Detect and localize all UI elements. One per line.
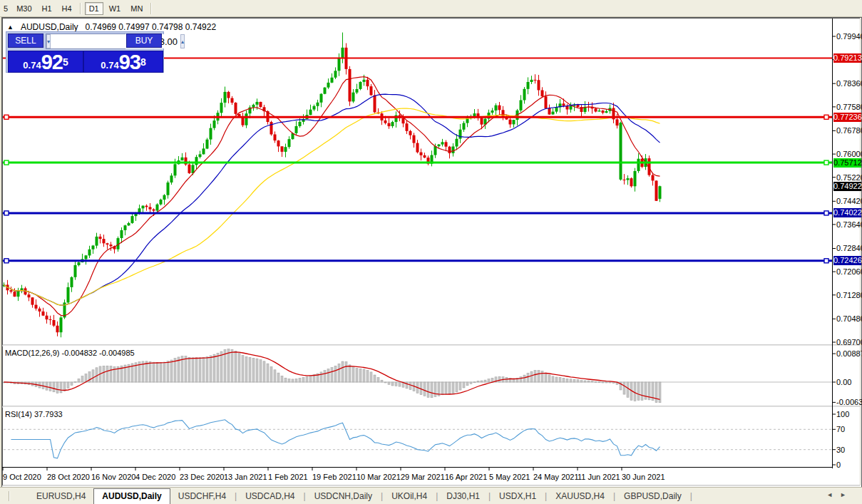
rsi-axis-label: 100 [836, 410, 849, 418]
chart-tab-usdchf-h4[interactable]: USDCHF,H4 [170, 488, 234, 504]
date-label: 4 Dec 2020 [135, 473, 175, 481]
sell-price-sup: 5 [63, 51, 68, 73]
price-tick-label: 0.72840 [836, 244, 862, 252]
candles-layer [3, 33, 662, 338]
date-label: 5 May 2021 [489, 473, 530, 481]
tab-separator: | [690, 491, 692, 501]
level-price-label: 0.75712 [833, 158, 861, 168]
date-label: 23 Dec 2020 [180, 473, 224, 481]
chart-tab-eurusd-h4[interactable]: EURUSD,H4 [29, 488, 93, 504]
price-tick-label: 0.78360 [836, 79, 862, 88]
price-tick-label: 0.69700 [836, 338, 862, 346]
chart-tab-bar: EURUSD,H4AUDUSD,DailyUSDCHF,H4|USDCAD,H4… [0, 487, 862, 504]
chart-tab-usdx-h1[interactable]: USDX,H1 [491, 488, 544, 504]
price-tick-label: 0.75220 [836, 173, 862, 182]
rsi-axis-label: 70 [836, 425, 845, 433]
chart-tab-ukoil-h4[interactable]: UKOil,H4 [384, 488, 435, 504]
date-label: 16 Apr 2021 [445, 473, 487, 481]
sell-price-display[interactable]: 0.74925 [8, 51, 83, 73]
buy-price-prefix: 0.74 [101, 59, 118, 71]
hline-0.77236[interactable] [3, 115, 832, 119]
tab-separator: | [545, 491, 547, 501]
rsi-axis-label: 0 [836, 461, 841, 469]
sell-price-big: 92 [41, 53, 63, 71]
ma-10-line [4, 77, 660, 316]
axis-ticks [3, 36, 836, 470]
price-tick-label: 0.71280 [836, 291, 862, 299]
date-label: 10 Mar 2021 [356, 473, 401, 481]
date-label: 29 Mar 2021 [401, 473, 445, 481]
chart-tab-usdcad-h4[interactable]: USDCAD,H4 [237, 488, 302, 504]
tab-scroll-arrows: ◄► [826, 491, 853, 498]
macd-axis-label: 0.008871 [836, 349, 862, 358]
date-label: 9 Oct 2020 [3, 473, 41, 481]
chart-title: ▲ AUDUSD,Daily 0.74969 0.74997 0.74798 0… [7, 22, 216, 32]
tabbar-notch [9, 491, 10, 501]
chart-tab-xauusd-h4[interactable]: XAUUSD,H4 [548, 488, 612, 504]
chart-tab-dj30-h1[interactable]: DJ30,H1 [438, 488, 488, 504]
collapse-arrow-icon[interactable]: ▲ [7, 24, 14, 31]
pane-borders [2, 19, 861, 487]
price-tick-label: 0.77580 [836, 103, 862, 111]
tab-separator: | [613, 491, 615, 501]
current-price-label: 0.74922 [833, 182, 861, 191]
tab-separator: | [235, 491, 237, 501]
chart-ohlc-values: 0.74969 0.74997 0.74798 0.74922 [86, 22, 217, 32]
chart-tab-audusd-daily[interactable]: AUDUSD,Daily [93, 488, 170, 504]
macd-axis-label: 0.00 [836, 378, 851, 386]
price-tick-label: 0.76780 [836, 126, 862, 135]
price-tick-label: 0.74420 [836, 197, 862, 205]
price-tick-label: 0.73640 [836, 220, 862, 229]
tab-separator: | [304, 491, 306, 501]
hline-0.72426[interactable] [3, 259, 832, 263]
date-label: 13 Jan 2021 [224, 473, 267, 481]
chart-canvas[interactable] [0, 0, 862, 504]
level-price-label: 0.77236 [833, 113, 861, 122]
macd-axis-label: -0.00632 [836, 398, 862, 406]
price-tick-label: 0.72060 [836, 267, 862, 276]
tab-separator: | [488, 491, 491, 501]
rsi-axis-label: 30 [836, 446, 845, 454]
ma-55-line [4, 108, 660, 305]
date-label: 16 Nov 2020 [91, 473, 135, 481]
trade-panel: SELL ▾ ▴ BUY 0.74925 0.74938 [6, 31, 164, 73]
chart-tab-gbpusd-daily[interactable]: GBPUSD,Daily [616, 488, 689, 504]
buy-price-sup: 8 [140, 51, 146, 73]
mt4-terminal: 5M30H1H4D1W1MN ▲ AUDUSD,Daily 0.74969 0.… [0, 0, 862, 504]
date-label: 28 Oct 2020 [47, 473, 90, 481]
level-price-label: 0.74022 [833, 208, 861, 217]
rsi-line [11, 420, 660, 458]
macd-label: MACD(12,26,9) -0.004832 -0.004985 [5, 349, 135, 357]
tab-scroll-right-icon[interactable]: ► [840, 491, 853, 498]
date-label: 19 Feb 2021 [312, 473, 356, 481]
ma-25-line [4, 94, 660, 305]
volume-increase-button[interactable]: ▴ [180, 34, 185, 48]
trade-panel-top-row: SELL ▾ ▴ BUY [6, 32, 163, 49]
price-tick-label: 0.79940 [836, 32, 862, 41]
chart-tab-usdcnh-daily[interactable]: USDCNH,Daily [307, 488, 380, 504]
price-tick-label: 0.76000 [836, 150, 862, 158]
sell-price-prefix: 0.74 [23, 59, 41, 71]
tab-separator: | [381, 491, 383, 501]
level-price-label: 0.79213 [833, 53, 861, 63]
volume-spinner: ▾ ▴ [46, 34, 125, 49]
tab-separator: | [436, 491, 438, 501]
price-tick-label: 0.70480 [836, 314, 862, 323]
buy-price-big: 93 [119, 53, 140, 71]
hline-0.75712[interactable] [3, 160, 832, 165]
date-label: 30 Jun 2021 [622, 473, 665, 481]
rsi-label: RSI(14) 37.7933 [5, 410, 63, 418]
hline-0.74022[interactable] [3, 211, 832, 215]
buy-button[interactable]: BUY [126, 34, 162, 48]
date-label: 11 Jun 2021 [578, 473, 620, 481]
date-label: 1 Feb 2021 [268, 473, 308, 481]
tab-scroll-left-icon[interactable]: ◄ [826, 491, 840, 498]
chart-symbol-label: AUDUSD,Daily [21, 22, 78, 32]
sell-button[interactable]: SELL [8, 34, 43, 48]
buy-price-display[interactable]: 0.74938 [83, 51, 163, 73]
date-label: 24 May 2021 [533, 473, 579, 481]
level-price-label: 0.72426 [833, 256, 861, 265]
